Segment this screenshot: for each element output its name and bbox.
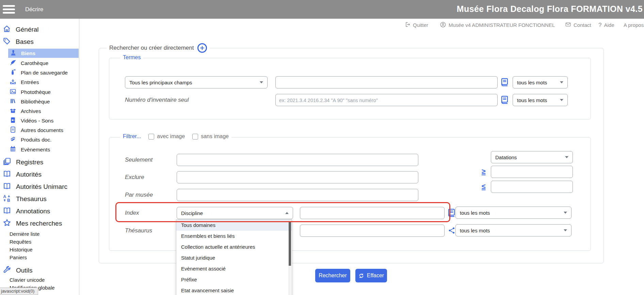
sidebar-item-autorites-unimarc[interactable]: Autorités Unimarc bbox=[3, 181, 67, 193]
status-bar-link-hint: javascript:void(0) bbox=[0, 288, 38, 295]
thesaurus-label: Thésaurus bbox=[125, 225, 152, 237]
thesaurus-value-input[interactable] bbox=[300, 225, 445, 237]
thesaurus-match-select[interactable]: tous les mots bbox=[455, 224, 571, 236]
inbox-arrow-icon bbox=[10, 78, 16, 86]
index-book-icon[interactable] bbox=[447, 208, 456, 217]
terms-match-select-value: tous les mots bbox=[517, 80, 547, 85]
chevron-down-icon bbox=[560, 81, 563, 83]
thesaurus-share-icon[interactable] bbox=[448, 227, 456, 234]
sidebar-item-derniere-liste[interactable]: Dernière liste bbox=[10, 231, 39, 237]
exclure-input[interactable] bbox=[177, 171, 418, 183]
user-circle-icon bbox=[440, 21, 446, 29]
sidebar-item-bibliotheque[interactable]: Bibliothèque bbox=[10, 97, 50, 106]
field-scope-select-value: Tous les principaux champs bbox=[129, 80, 192, 85]
sidebar-item-clavier-unicode[interactable]: Clavier unicode bbox=[10, 277, 45, 283]
aide-label: Aide bbox=[604, 22, 614, 28]
home-icon bbox=[3, 25, 11, 35]
sidebar-item-historique[interactable]: Historique bbox=[10, 247, 33, 252]
current-user-link[interactable]: Musée v4 ADMINISTRATEUR FONCTIONNEL bbox=[440, 19, 555, 31]
tag-icon bbox=[3, 37, 11, 47]
sidebar-item-label: Dernière liste bbox=[10, 231, 39, 237]
rechercher-button[interactable]: Rechercher bbox=[315, 269, 350, 282]
topbar: Décrire Musée Flora Decalog Flora FORMAT… bbox=[0, 0, 644, 19]
sidebar-item-outils[interactable]: Outils bbox=[3, 265, 33, 276]
sidebar-item-label: Evènements bbox=[21, 147, 50, 153]
sans-image-checkbox[interactable] bbox=[192, 134, 198, 140]
datation-min-input[interactable] bbox=[491, 166, 573, 178]
sidebar-item-thesaurus[interactable]: AB Thesaurus bbox=[3, 193, 47, 205]
sidebar-item-annotations[interactable]: Annotations bbox=[3, 206, 50, 217]
filtrer-legend-label: Filtrer... bbox=[123, 133, 141, 140]
create-plus-button[interactable] bbox=[197, 43, 207, 53]
index-book-icon[interactable] bbox=[500, 95, 509, 104]
sidebar-item-label: Outils bbox=[16, 267, 33, 274]
sidebar-item-label: Plan de sauvegarde bbox=[21, 70, 68, 76]
inventory-match-select[interactable]: tous les mots bbox=[513, 94, 568, 106]
inventory-match-select-value: tous les mots bbox=[517, 97, 547, 103]
stacked-registers-icon bbox=[3, 157, 11, 167]
par-musee-input[interactable] bbox=[177, 189, 418, 201]
chevron-down-icon bbox=[260, 81, 263, 83]
dropdown-scrollbar-thumb[interactable] bbox=[289, 222, 291, 266]
dropdown-option[interactable]: Statut juridique bbox=[176, 252, 292, 263]
sidebar-item-videos-sons[interactable]: Vidéos - Sons bbox=[10, 116, 53, 125]
open-book-icon bbox=[3, 206, 11, 216]
par-musee-label: Par musée bbox=[125, 189, 153, 201]
sidebar-item-autres-documents[interactable]: Autres documents bbox=[10, 126, 63, 135]
star-icon bbox=[3, 218, 11, 229]
sidebar-item-bases[interactable]: Bases bbox=[3, 36, 34, 48]
photo-icon bbox=[10, 88, 16, 96]
dropdown-option[interactable]: Etat avancement saisie bbox=[176, 285, 292, 295]
svg-text:A: A bbox=[3, 194, 6, 199]
effacer-button[interactable]: Effacer bbox=[355, 269, 387, 282]
dropdown-option[interactable]: Evènement associé bbox=[176, 263, 292, 274]
datations-select-value: Datations bbox=[495, 154, 517, 160]
sidebar-item-requetes[interactable]: Requêtes bbox=[10, 239, 31, 245]
avec-image-checkbox[interactable] bbox=[148, 134, 154, 140]
terms-match-select[interactable]: tous les mots bbox=[513, 76, 568, 88]
core-sample-icon bbox=[10, 59, 16, 67]
dropdown-option[interactable]: Préfixe bbox=[176, 274, 292, 285]
hamburger-menu-icon[interactable] bbox=[3, 3, 16, 15]
seulement-input[interactable] bbox=[177, 154, 418, 166]
terms-search-input[interactable] bbox=[275, 76, 498, 88]
sidebar-item-general[interactable]: Général bbox=[3, 24, 39, 35]
quitter-link[interactable]: Quitter bbox=[404, 19, 428, 31]
artifact-icon bbox=[10, 49, 17, 58]
sidebar-item-label: Vidéos - Sons bbox=[21, 118, 53, 124]
sidebar-item-produits-doc[interactable]: Produits doc. bbox=[10, 135, 51, 144]
sidebar-item-biens[interactable]: Biens bbox=[8, 49, 79, 58]
sidebar-item-autorites[interactable]: Autorités bbox=[3, 169, 42, 180]
sidebar-item-mes-recherches[interactable]: Mes recherches bbox=[3, 218, 62, 229]
open-book-icon bbox=[3, 169, 11, 180]
inventory-number-input[interactable] bbox=[275, 94, 498, 106]
flora-app-window: Décrire Musée Flora Decalog Flora FORMAT… bbox=[0, 0, 644, 295]
video-file-icon bbox=[10, 117, 16, 125]
datation-max-input[interactable] bbox=[491, 181, 573, 193]
dropdown-option[interactable]: Tous domaines bbox=[176, 220, 292, 231]
index-category-select[interactable]: Discipline bbox=[177, 207, 293, 219]
sidebar-item-label: Carothèque bbox=[21, 60, 48, 66]
sidebar-item-archives[interactable]: Archives bbox=[10, 106, 41, 116]
sidebar-item-evenements[interactable]: Evènements bbox=[10, 145, 50, 154]
index-book-icon[interactable] bbox=[500, 78, 509, 87]
sidebar-item-entrees[interactable]: Entrées bbox=[10, 78, 39, 87]
logout-icon bbox=[404, 21, 410, 29]
index-value-input[interactable] bbox=[300, 207, 445, 219]
field-scope-select[interactable]: Tous les principaux champs bbox=[125, 76, 268, 88]
sidebar-item-registres[interactable]: Registres bbox=[3, 157, 43, 168]
sidebar-item-plan-de-sauvegarde[interactable]: Plan de sauvegarde bbox=[10, 68, 68, 77]
sidebar-item-carotheque[interactable]: Carothèque bbox=[10, 59, 48, 68]
sidebar-item-label: Produits doc. bbox=[21, 137, 51, 143]
sidebar-item-paniers[interactable]: Paniers bbox=[10, 255, 27, 260]
datations-select[interactable]: Datations bbox=[491, 151, 573, 163]
aide-link[interactable]: ? Aide bbox=[598, 19, 614, 31]
termes-fieldset: Termes Tous les principaux champs tous l… bbox=[109, 58, 591, 119]
dropdown-option[interactable]: Ensembles et biens liés bbox=[176, 231, 292, 242]
dropdown-option[interactable]: Collection actuelle et antérieures bbox=[176, 242, 292, 252]
contact-link[interactable]: Contact bbox=[565, 19, 591, 31]
current-user-label: Musée v4 ADMINISTRATEUR FONCTIONNEL bbox=[449, 22, 555, 28]
a-propos-link[interactable]: A propos bbox=[624, 19, 644, 31]
sidebar-item-phototheque[interactable]: Photothèque bbox=[10, 87, 51, 97]
index-match-select[interactable]: tous les mots bbox=[455, 207, 571, 219]
